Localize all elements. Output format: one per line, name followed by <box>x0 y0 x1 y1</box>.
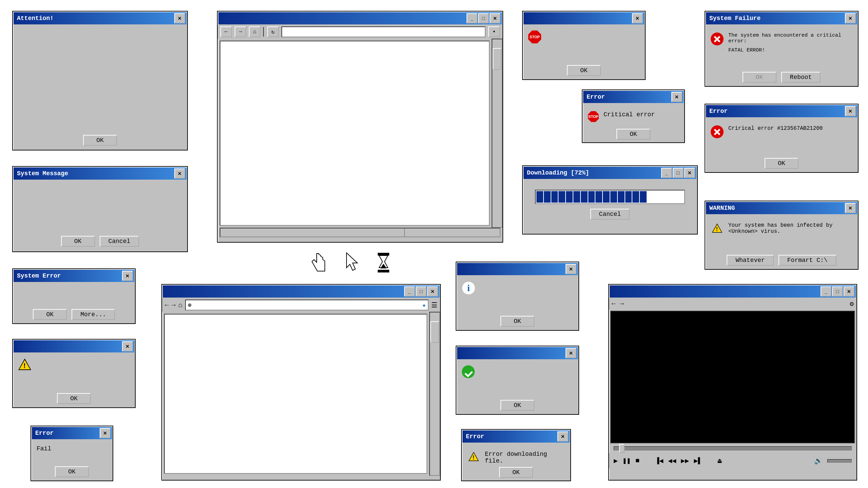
cancel-button[interactable]: Cancel <box>590 209 630 220</box>
close-icon[interactable]: ✕ <box>671 92 682 102</box>
menu-icon[interactable]: ☰ <box>431 301 437 309</box>
close-icon[interactable]: ✕ <box>490 13 500 23</box>
reboot-button[interactable]: Reboot <box>781 72 821 83</box>
pause-icon[interactable]: ❚❚ <box>623 456 631 465</box>
prev-icon[interactable]: ▐◀ <box>655 456 663 465</box>
minimize-icon[interactable]: _ <box>661 168 672 178</box>
close-icon[interactable]: ✕ <box>557 431 568 442</box>
system-error-window: System Error ✕ OK More... <box>12 268 136 324</box>
close-icon[interactable]: ✕ <box>566 264 576 274</box>
whatever-button[interactable]: Whatever <box>727 255 773 266</box>
titlebar[interactable]: System Failure ✕ <box>706 12 857 24</box>
ok-button[interactable]: OK <box>765 158 798 169</box>
url-input[interactable] <box>281 26 486 37</box>
scrollbar-vertical[interactable] <box>429 312 440 476</box>
success-window: ✕ OK <box>456 346 579 415</box>
titlebar[interactable]: _ □ ✕ <box>610 285 856 298</box>
titlebar[interactable]: Attention! ✕ <box>14 12 186 24</box>
maximize-icon[interactable]: □ <box>673 168 684 178</box>
hourglass-cursor-icon <box>375 251 392 274</box>
titlebar[interactable]: _ □ ✕ <box>163 285 439 298</box>
url-input[interactable]: ⊕ ★ <box>185 300 429 310</box>
ok-button[interactable]: OK <box>83 135 117 146</box>
volume-slider[interactable] <box>827 459 852 463</box>
close-icon[interactable]: ✕ <box>845 203 856 213</box>
scrollbar-vertical[interactable] <box>492 39 502 228</box>
forward-icon[interactable]: → <box>172 301 176 309</box>
stop-icon[interactable]: ■ <box>635 457 639 465</box>
format-button[interactable]: Formart C:\ <box>778 255 836 266</box>
warning-window: ✕ OK <box>12 339 136 408</box>
minimize-icon[interactable]: _ <box>467 13 477 23</box>
close-icon[interactable]: ✕ <box>122 271 133 281</box>
next-icon[interactable]: ▶▌ <box>694 456 702 465</box>
home-icon[interactable]: ⌂ <box>249 26 260 37</box>
minimize-icon[interactable]: _ <box>821 286 831 297</box>
settings-icon[interactable]: ⚙ <box>850 300 854 308</box>
ok-button[interactable]: OK <box>500 400 534 411</box>
close-icon[interactable]: ✕ <box>100 428 111 438</box>
close-icon[interactable]: ✕ <box>174 168 185 179</box>
error-message: The system has encountered a critical er… <box>728 33 852 44</box>
close-icon[interactable]: ✕ <box>845 106 856 116</box>
cancel-button[interactable]: Cancel <box>100 236 139 247</box>
titlebar[interactable]: WARNING ✕ <box>706 202 857 214</box>
ok-button[interactable]: OK <box>33 309 67 320</box>
titlebar[interactable]: ✕ <box>457 263 578 275</box>
titlebar[interactable]: Error ✕ <box>462 430 570 443</box>
star-icon[interactable]: ★ <box>422 301 426 309</box>
back-icon[interactable]: ← <box>612 300 616 308</box>
titlebar[interactable]: Error ✕ <box>32 427 112 439</box>
close-icon[interactable]: ✕ <box>174 13 185 23</box>
back-icon[interactable]: ← <box>165 301 169 309</box>
close-icon[interactable]: ✕ <box>684 168 695 178</box>
browser-window-2: _ □ ✕ ← → ⌂ ⊕ ★ ☰ <box>161 284 441 481</box>
titlebar[interactable]: System Message ✕ <box>14 167 186 180</box>
virus-warning-window: WARNING ✕ Your system has been infected … <box>705 201 859 270</box>
seek-slider[interactable] <box>614 446 852 450</box>
maximize-icon[interactable]: □ <box>832 286 843 297</box>
close-icon[interactable]: ✕ <box>845 13 856 23</box>
close-icon[interactable]: ✕ <box>844 286 854 297</box>
statusbar <box>220 228 500 237</box>
error-code-window: Error ✕ Crirical error #123567AB21200 OK <box>705 104 859 173</box>
close-icon[interactable]: ✕ <box>566 348 576 358</box>
attention-window: Attention! ✕ OK <box>12 11 188 150</box>
maximize-icon[interactable]: □ <box>478 13 489 23</box>
play-icon[interactable]: ▶ <box>614 456 618 465</box>
titlebar[interactable]: Error ✕ <box>706 105 857 117</box>
titlebar[interactable]: _ □ ✕ <box>218 12 502 24</box>
titlebar[interactable]: System Error ✕ <box>14 270 134 282</box>
eject-icon[interactable]: ⏏ <box>717 456 722 465</box>
minimize-icon[interactable]: _ <box>404 286 415 297</box>
rewind-icon[interactable]: ◀◀ <box>668 456 676 465</box>
titlebar[interactable]: Error ✕ <box>583 91 684 103</box>
ok-button[interactable]: OK <box>567 65 601 76</box>
ok-button[interactable]: OK <box>616 129 650 140</box>
home-icon[interactable]: ⌂ <box>178 301 182 309</box>
ok-button[interactable]: OK <box>57 393 91 404</box>
ok-button[interactable]: OK <box>499 467 533 478</box>
slider-thumb[interactable] <box>619 444 625 453</box>
volume-icon[interactable]: 🔊 <box>814 456 823 465</box>
back-icon[interactable]: ← <box>220 26 232 37</box>
forward-icon[interactable]: → <box>620 300 624 308</box>
forward-icon[interactable]: → <box>235 26 246 37</box>
titlebar[interactable]: Downloading [72%] _ □ ✕ <box>524 167 696 179</box>
ok-button[interactable]: OK <box>500 316 534 327</box>
more-button[interactable]: More... <box>72 309 115 320</box>
ok-button[interactable]: OK <box>55 466 89 477</box>
maximize-icon[interactable]: □ <box>416 286 427 297</box>
close-icon[interactable]: ✕ <box>632 13 643 23</box>
window-title: Error <box>707 108 728 115</box>
folder-icon[interactable]: ▪ <box>488 26 500 37</box>
titlebar[interactable]: ✕ <box>524 12 644 24</box>
titlebar[interactable]: ✕ <box>14 340 134 352</box>
close-icon[interactable]: ✕ <box>427 286 438 297</box>
fastforward-icon[interactable]: ▶▶ <box>681 456 689 465</box>
ok-button[interactable]: OK <box>61 236 95 247</box>
refresh-icon[interactable]: ↻ <box>267 26 279 37</box>
close-icon[interactable]: ✕ <box>122 341 133 351</box>
titlebar[interactable]: ✕ <box>457 347 578 359</box>
toolbar: ← → ⌂ ↻ ▪ <box>218 25 502 39</box>
